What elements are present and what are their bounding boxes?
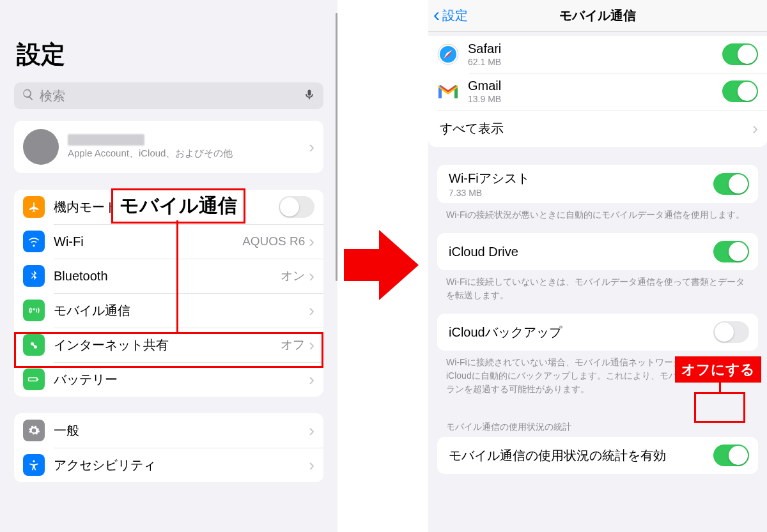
- guide-arrow: [344, 230, 419, 300]
- account-group: Apple Account、iCloud、およびその他 ›: [14, 121, 323, 173]
- chevron-right-icon: ›: [309, 266, 314, 286]
- icloud-backup-row[interactable]: iCloudバックアップ: [437, 314, 758, 351]
- accessibility-row[interactable]: アクセシビリティ ›: [14, 448, 323, 482]
- app-usage-group: Safari 62.1 MB Gmail 13.9 MB: [428, 36, 767, 147]
- search-icon: [22, 88, 35, 104]
- accessibility-label: アクセシビリティ: [54, 457, 156, 474]
- wifi-label: Wi-Fi: [54, 234, 84, 249]
- cellular-label: モバイル通信: [54, 302, 130, 319]
- account-name-redacted: [68, 134, 144, 146]
- airplane-mode-row[interactable]: 機内モード: [14, 190, 323, 224]
- airplane-toggle[interactable]: [279, 196, 314, 218]
- svg-point-0: [33, 460, 35, 462]
- stats-label: モバイル通信の使用状況の統計を有効: [449, 447, 666, 464]
- hotspot-label: インターネット共有: [54, 337, 169, 354]
- gmail-toggle[interactable]: [722, 80, 758, 102]
- show-all-row[interactable]: すべて表示 ›: [428, 110, 767, 147]
- account-row[interactable]: Apple Account、iCloud、およびその他 ›: [14, 121, 323, 173]
- general-label: 一般: [54, 422, 79, 439]
- safari-label: Safari: [468, 42, 501, 56]
- gmail-label: Gmail: [468, 79, 501, 93]
- show-all-label: すべて表示: [440, 120, 504, 137]
- hotspot-icon: [23, 334, 45, 356]
- bluetooth-label: Bluetooth: [54, 269, 108, 284]
- icloud-drive-toggle[interactable]: [713, 241, 749, 262]
- search-placeholder: 検索: [40, 87, 298, 105]
- icloud-backup-label: iCloudバックアップ: [449, 324, 562, 341]
- avatar: [23, 129, 59, 165]
- stats-header: モバイル通信の使用状況の統計: [428, 407, 767, 437]
- chevron-right-icon: ›: [309, 335, 314, 355]
- chevron-right-icon: ›: [309, 370, 314, 390]
- chevron-left-icon: ‹: [433, 5, 440, 24]
- wifi-assist-group: Wi-Fiアシスト 7.33 MB: [437, 165, 758, 203]
- wifi-icon: [23, 231, 45, 252]
- chevron-right-icon: ›: [752, 119, 758, 139]
- chevron-right-icon: ›: [309, 232, 314, 252]
- chevron-right-icon: ›: [309, 421, 314, 441]
- accessibility-icon: [23, 454, 45, 476]
- navbar: ‹ 設定 モバイル通信: [428, 0, 767, 32]
- airplane-icon: [23, 196, 45, 218]
- icloud-backup-group: iCloudバックアップ: [437, 314, 758, 351]
- settings-root-pane: 設定 検索 Apple Account、iCloud、およびその他 ›: [0, 0, 337, 532]
- stats-group: モバイル通信の使用状況の統計を有効: [437, 437, 758, 474]
- back-button[interactable]: ‹ 設定: [433, 6, 468, 26]
- battery-row[interactable]: バッテリー ›: [14, 362, 323, 397]
- cellular-detail-pane: ‹ 設定 モバイル通信 Safari 62.1 MB: [428, 0, 767, 532]
- stats-enable-row[interactable]: モバイル通信の使用状況の統計を有効: [437, 437, 758, 474]
- wifi-value: AQUOS R6: [242, 234, 305, 248]
- network-group: 機内モード Wi-Fi AQUOS R6 › Bluetooth オン: [14, 190, 323, 397]
- icloud-backup-toggle[interactable]: [713, 321, 749, 343]
- bluetooth-value: オン: [281, 268, 305, 284]
- general-row[interactable]: 一般 ›: [14, 413, 323, 448]
- app-safari-row[interactable]: Safari 62.1 MB: [428, 36, 767, 73]
- safari-toggle[interactable]: [722, 43, 758, 65]
- stats-toggle[interactable]: [713, 445, 749, 466]
- icloud-drive-group: iCloud Drive: [437, 233, 758, 270]
- icloud-drive-footer: Wi-Fiに接続していないときは、モバイルデータ通信を使って書類とデータを転送し…: [428, 270, 767, 314]
- bluetooth-icon: [23, 265, 45, 287]
- wifi-assist-row[interactable]: Wi-Fiアシスト 7.33 MB: [437, 165, 758, 203]
- general-group: 一般 › アクセシビリティ ›: [14, 413, 323, 482]
- app-gmail-row[interactable]: Gmail 13.9 MB: [428, 73, 767, 110]
- scrollbar[interactable]: [336, 13, 337, 281]
- wifi-assist-size: 7.33 MB: [449, 188, 530, 198]
- icloud-backup-footer: Wi-Fiに接続されていない場合、モバイル通信ネットワークを使用してiCloud…: [428, 351, 767, 407]
- page-title: 設定: [0, 0, 337, 82]
- gear-icon: [23, 420, 45, 441]
- hotspot-value: オフ: [281, 337, 305, 353]
- safari-icon: [437, 43, 459, 65]
- detail-title: モバイル通信: [559, 7, 636, 24]
- battery-label: バッテリー: [54, 371, 118, 388]
- icloud-drive-row[interactable]: iCloud Drive: [437, 233, 758, 270]
- battery-icon: [23, 369, 45, 390]
- antenna-icon: [23, 300, 45, 321]
- icloud-drive-label: iCloud Drive: [449, 245, 518, 259]
- cellular-row[interactable]: モバイル通信 ›: [14, 293, 323, 328]
- airplane-label: 機内モード: [54, 199, 118, 216]
- account-subtitle: Apple Account、iCloud、およびその他: [68, 148, 233, 160]
- wifi-row[interactable]: Wi-Fi AQUOS R6 ›: [14, 224, 323, 259]
- safari-size: 62.1 MB: [468, 57, 501, 67]
- chevron-right-icon: ›: [309, 301, 314, 321]
- microphone-icon[interactable]: [303, 88, 316, 104]
- wifi-assist-footer: Wi-Fiの接続状況が悪いときに自動的にモバイルデータ通信を使用します。: [428, 203, 767, 233]
- search-input[interactable]: 検索: [14, 82, 323, 109]
- wifi-assist-label: Wi-Fiアシスト: [449, 170, 530, 187]
- gmail-icon: [437, 80, 459, 102]
- bluetooth-row[interactable]: Bluetooth オン ›: [14, 259, 323, 293]
- chevron-right-icon: ›: [309, 137, 314, 157]
- hotspot-row[interactable]: インターネット共有 オフ ›: [14, 328, 323, 362]
- chevron-right-icon: ›: [309, 455, 314, 475]
- wifi-assist-toggle[interactable]: [713, 173, 749, 195]
- back-label: 設定: [442, 7, 468, 24]
- gmail-size: 13.9 MB: [468, 94, 501, 104]
